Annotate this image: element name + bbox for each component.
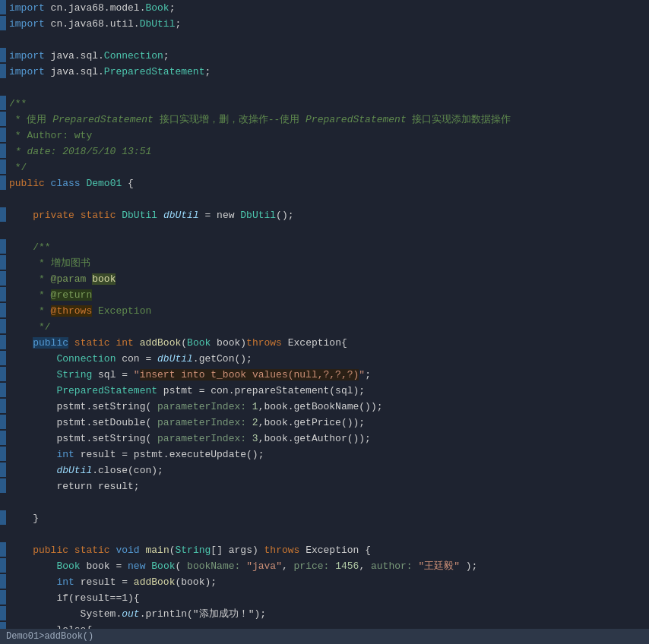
token-cls: Connection: [56, 353, 116, 365]
token-fn: addBook: [134, 576, 176, 588]
token-kw: import: [9, 66, 45, 77]
token-punct: book): [211, 337, 246, 349]
token-kw: new: [128, 560, 145, 572]
token-punct: [9, 353, 56, 365]
code-line: [0, 494, 649, 510]
token-punct: pstmt = con.prepareStatement(sql);: [157, 385, 365, 396]
token-punct: Exception{: [282, 337, 347, 349]
line-content: * Author: wty: [6, 128, 649, 144]
token-comment: * Author: wty: [9, 130, 92, 141]
token-kw: import: [9, 50, 45, 62]
code-line: Connection con = dbUtil.getCon();: [0, 351, 649, 367]
token-comment: * 增加图书: [9, 257, 90, 269]
token-cls: String: [176, 545, 211, 556]
token-comment: 接口实现添加数据操作: [407, 114, 511, 125]
token-punct: ;: [175, 18, 181, 30]
token-kw2: static: [74, 210, 122, 221]
token-num: 1456: [335, 560, 359, 572]
line-gutter: [0, 223, 6, 238]
token-javadoc-tag-highlight: @return: [51, 289, 93, 301]
token-punct: ,book.getAuthor());: [258, 433, 371, 444]
line-content: import cn.java68.util.DbUtil;: [6, 16, 649, 32]
line-content: [6, 526, 649, 542]
token-method-param: parameterIndex:: [151, 417, 252, 428]
token-method-param: parameterIndex:: [151, 433, 252, 444]
line-gutter: [0, 590, 6, 605]
token-cls: DbUtil: [122, 210, 157, 221]
token-kw2: static: [68, 545, 116, 556]
token-punct: pstmt.setString(: [9, 433, 151, 444]
token-punct: if(result==1){: [9, 592, 140, 604]
line-gutter: [0, 447, 6, 461]
line-gutter: [0, 287, 6, 301]
token-punct: ,book.getPrice());: [258, 417, 365, 428]
code-line: [0, 80, 649, 96]
line-gutter: [0, 383, 6, 397]
token-num: 3: [252, 433, 258, 444]
line-content: pstmt.setString( parameterIndex: 3,book.…: [6, 431, 649, 447]
code-line: /**: [0, 96, 649, 112]
token-punct: [9, 576, 56, 588]
token-comment: */: [9, 321, 51, 333]
line-gutter: [0, 319, 6, 333]
token-throws-highlight: @throws: [51, 305, 93, 317]
token-punct: [9, 560, 56, 572]
token-comment: *: [9, 289, 51, 301]
token-cls: DbUtil: [240, 210, 276, 221]
bottom-bar-file: Demo01: [6, 631, 39, 642]
code-line: int result = pstmt.executeUpdate();: [0, 447, 649, 462]
token-str: "王廷毅": [418, 560, 460, 572]
line-gutter: [0, 558, 6, 573]
token-punct: = new: [199, 210, 241, 221]
token-punct: [9, 545, 33, 556]
token-comment-italic: PreparedStatement: [306, 114, 407, 125]
token-punct: ;: [163, 50, 169, 62]
line-content: public static void main(String[] args) t…: [6, 542, 649, 558]
token-punct: ();: [276, 210, 293, 221]
line-content: */: [6, 159, 649, 175]
code-line: * 增加图书: [0, 255, 649, 271]
token-punct: pstmt.setDouble(: [9, 417, 151, 428]
token-punct: java.sql.: [45, 66, 104, 77]
token-kw: int: [56, 576, 74, 588]
token-comment: * 使用: [9, 114, 52, 125]
token-javadoc-tag: @param: [51, 273, 87, 285]
line-gutter: [0, 303, 6, 317]
token-punct: java.sql.: [45, 50, 104, 62]
token-punct: (: [176, 560, 188, 572]
token-comment-italic: * date: 2018/5/10 13:51: [9, 146, 151, 157]
line-content: import java.sql.Connection;: [6, 48, 649, 64]
code-line: Book book = new Book( bookName: "java", …: [0, 558, 649, 574]
line-gutter: [0, 271, 6, 286]
token-kw2: static int: [68, 337, 140, 349]
line-gutter: [0, 574, 6, 589]
token-punct: Exception {: [299, 545, 371, 556]
token-kw: class: [45, 178, 87, 189]
line-gutter: [0, 510, 6, 525]
token-punct: {: [122, 178, 134, 189]
token-kw2: private: [9, 210, 74, 221]
line-content: return result;: [6, 478, 649, 494]
token-var-italic: out: [122, 608, 139, 620]
token-comment: /**: [9, 242, 51, 253]
token-param-highlight: book: [92, 273, 116, 285]
token-comment: */: [9, 162, 27, 173]
code-line: * Author: wty: [0, 128, 649, 144]
line-content: */: [6, 319, 649, 335]
token-punct: [9, 465, 56, 476]
token-str: "java": [246, 560, 282, 572]
line-gutter: [0, 255, 6, 270]
line-content: dbUtil.close(con);: [6, 462, 649, 478]
line-gutter: [0, 64, 6, 78]
token-punct: .println("添加成功！");: [140, 608, 266, 620]
line-content: import java.sql.PreparedStatement;: [6, 64, 649, 80]
token-punct: [9, 449, 56, 460]
token-str-sql-highlight: insert into t_book values(null,?,?,?): [140, 369, 359, 380]
token-cls: Book: [187, 337, 211, 349]
code-line: * @throws Exception: [0, 303, 649, 319]
token-kw: int: [56, 449, 74, 460]
token-punct: sql =: [92, 369, 134, 380]
line-content: [6, 223, 649, 239]
line-gutter: [0, 207, 6, 222]
token-throws-kw: throws: [246, 337, 282, 349]
